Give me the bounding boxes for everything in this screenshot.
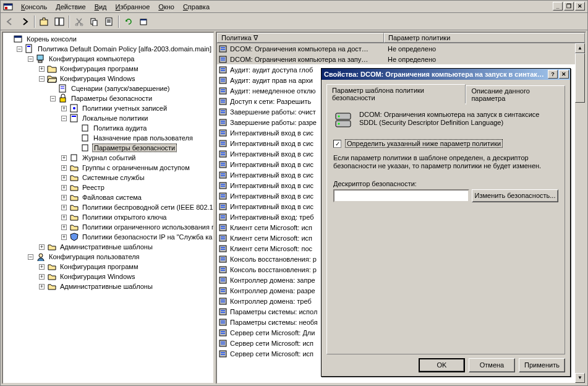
svg-rect-85: [221, 226, 225, 227]
tree-prog-conf[interactable]: +Конфигурация программ: [38, 64, 213, 74]
policy-value: Не определено: [384, 56, 585, 63]
menu-action[interactable]: Действие: [51, 2, 90, 12]
policy-name: Интерактивный вход в сис: [230, 203, 313, 210]
tree-restricted[interactable]: +Группы с ограниченным доступом: [60, 163, 213, 173]
sd-input[interactable]: [333, 189, 469, 202]
menu-favorites[interactable]: Избранное: [111, 2, 155, 12]
policy-row-icon: [218, 212, 228, 222]
svg-rect-88: [221, 236, 225, 238]
tree-pki[interactable]: +Политики открытого ключа: [60, 212, 213, 222]
svg-rect-76: [221, 194, 225, 195]
tree-sec-params[interactable]: −Параметры безопасности: [49, 93, 213, 103]
menu-help[interactable]: Справка: [179, 2, 214, 12]
tab-template-param[interactable]: Параметр шаблона политики безопасности: [326, 84, 466, 103]
close-button[interactable]: ✕: [575, 2, 585, 11]
svg-rect-18: [26, 45, 32, 53]
back-button[interactable]: [3, 15, 17, 28]
menu-window[interactable]: Окно: [154, 2, 179, 12]
folder-icon: [69, 222, 79, 232]
refresh-button[interactable]: [122, 15, 135, 28]
policy-name: Сервер сети Microsoft: исп: [230, 350, 313, 358]
policy-name: Интерактивный вход в сис: [230, 140, 313, 147]
forward-button[interactable]: [18, 15, 32, 28]
up-button[interactable]: [38, 15, 51, 28]
scroll-down-icon[interactable]: ▼: [575, 373, 585, 383]
dialog-help-button[interactable]: ?: [548, 70, 558, 79]
ok-button[interactable]: OK: [419, 358, 465, 372]
vertical-scrollbar[interactable]: ▲ ▼: [575, 43, 585, 383]
export-button[interactable]: [137, 15, 150, 28]
svg-rect-95: [221, 259, 225, 260]
tree-account-pol[interactable]: +Политики учетных записей: [60, 103, 213, 113]
tree-sec-options[interactable]: Параметры безопасности: [71, 143, 213, 153]
tab-description[interactable]: Описание данного параметра: [466, 85, 565, 105]
policy-row-icon: [218, 244, 228, 254]
policy-name: Клиент сети Microsoft: исп: [230, 234, 312, 242]
minimize-button[interactable]: _: [553, 2, 563, 11]
policy-row-icon: [218, 160, 228, 169]
tree-prog-conf2[interactable]: +Конфигурация программ: [38, 262, 213, 272]
svg-rect-83: [221, 217, 225, 218]
col-param[interactable]: Параметр политики: [384, 33, 585, 43]
collapse-icon[interactable]: −: [17, 46, 22, 52]
svg-rect-26: [70, 114, 77, 122]
define-checkbox[interactable]: ✓: [333, 140, 341, 148]
policy-name: Интерактивный вход в сис: [230, 150, 313, 158]
properties-button[interactable]: [102, 15, 116, 28]
svg-point-125: [338, 116, 340, 118]
apply-button[interactable]: Применить: [519, 358, 565, 372]
tree-admin-templates2[interactable]: +Административные шаблоны: [38, 281, 213, 291]
menu-view[interactable]: Вид: [90, 2, 111, 12]
tree-user-conf[interactable]: −Конфигурация пользователя: [27, 252, 213, 262]
scroll-up-icon[interactable]: ▲: [575, 43, 585, 53]
list-row[interactable]: DCOM: Ограничения компьютера на дост…Не …: [217, 43, 585, 54]
policy-name: Интерактивный вход в сис: [230, 182, 313, 189]
edit-security-button[interactable]: Изменить безопасность...: [472, 189, 558, 202]
svg-rect-40: [221, 68, 225, 69]
cancel-button[interactable]: Отмена: [469, 358, 515, 372]
policy-name: Интерактивный вход в сис: [230, 129, 313, 137]
copy-button[interactable]: [87, 15, 101, 28]
svg-rect-5: [59, 18, 64, 25]
folder-icon: [69, 202, 79, 212]
policy-row-icon: [218, 149, 228, 159]
tree-audit-pol[interactable]: Политика аудита: [71, 123, 213, 133]
cut-button[interactable]: [72, 15, 86, 28]
tree-software-restrict[interactable]: +Политики ограниченного использования п: [60, 222, 213, 232]
tree-user-rights[interactable]: Назначение прав пользователя: [71, 133, 213, 143]
tree-registry[interactable]: +Реестр: [60, 182, 213, 192]
svg-rect-79: [221, 205, 225, 206]
tree-root[interactable]: Корень консоли: [4, 34, 213, 44]
show-hide-tree-button[interactable]: [53, 15, 66, 28]
tab-panel: DCOM: Ограничения компьютера на запуск в…: [326, 103, 565, 354]
restore-button[interactable]: ❐: [564, 2, 574, 11]
policy-row-icon: [218, 54, 228, 64]
tree-local-pol[interactable]: −Локальные политики: [60, 113, 213, 123]
tree-admin-templates[interactable]: +Административные шаблоны: [38, 242, 213, 252]
svg-rect-23: [60, 98, 66, 102]
folder-icon: [47, 272, 57, 281]
svg-rect-113: [221, 322, 225, 324]
scroll-thumb[interactable]: [575, 53, 585, 103]
tree-pane[interactable]: Корень консоли −Политика Default Domain …: [2, 32, 215, 384]
svg-rect-77: [221, 196, 225, 197]
tree-filesystem[interactable]: +Файловая система: [60, 192, 213, 202]
list-row[interactable]: DCOM: Ограничения компьютера на запу…Не …: [217, 54, 585, 64]
tree-event-log[interactable]: +Журнал событий: [60, 153, 213, 163]
svg-rect-110: [221, 312, 225, 313]
menu-console[interactable]: Консоль: [17, 2, 51, 12]
dialog-titlebar[interactable]: Свойства: DCOM: Ограничения компьютера н…: [322, 69, 570, 80]
tree-win-conf[interactable]: −Конфигурация Windows: [38, 74, 213, 84]
tree-comp-conf[interactable]: −Конфигурация компьютера: [27, 54, 213, 64]
tree-policy[interactable]: −Политика Default Domain Policy [alfa-20…: [15, 44, 213, 54]
tree-scripts[interactable]: Сценарии (запуск/завершение): [49, 84, 213, 93]
tree-ipsec[interactable]: +Политики безопасности IP на "Служба ка: [60, 232, 213, 242]
tree-win-conf2[interactable]: +Конфигурация Windows: [38, 272, 213, 281]
computer-icon: [36, 54, 46, 64]
tree-wireless[interactable]: +Политики беспроводной сети (IEEE 802.1: [60, 202, 213, 212]
define-checkbox-label[interactable]: Определить указанный ниже параметр полит…: [345, 139, 503, 148]
tree-services[interactable]: +Системные службы: [60, 173, 213, 182]
policy-name: Интерактивный вход в сис: [230, 192, 313, 200]
dialog-close-button[interactable]: ✕: [559, 70, 569, 79]
col-policy[interactable]: Политика ∇: [217, 33, 384, 43]
